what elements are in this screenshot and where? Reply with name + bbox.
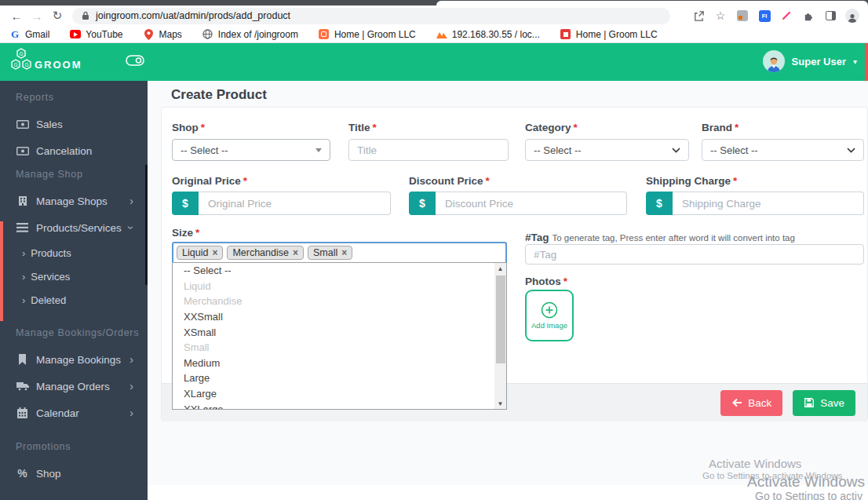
size-option-large[interactable]: Large [173, 370, 506, 386]
sidebar-subitem-products[interactable]: › Products [0, 243, 148, 262]
brand-logo[interactable]: GGG GROOM [9, 48, 82, 75]
dollar-addon: $ [172, 192, 199, 215]
fi-extension-icon[interactable]: FI [757, 8, 772, 24]
browser-tab-strip [0, 0, 868, 5]
chevron-right-icon: › [129, 354, 133, 365]
browser-toolbar: ← → ↻ joingroom.com/uat/admin/prods/add_… [0, 5, 868, 26]
svg-text:G: G [19, 51, 23, 57]
size-option-xxlarge[interactable]: XXLarge [173, 401, 506, 410]
discount-price-input[interactable] [436, 192, 627, 215]
remove-tag-icon[interactable]: × [212, 248, 217, 257]
bookmark-star-icon[interactable]: ☆ [713, 8, 728, 24]
bookmark-gmail[interactable]: G Gmail [9, 29, 49, 40]
lock-icon [82, 11, 89, 20]
angle-right-icon: › [22, 294, 25, 306]
main-content: Create Product Shop* Title* Category* Br… [148, 81, 868, 500]
size-multiselect[interactable]: Liquid× Merchandise× Small× [172, 242, 507, 264]
size-option-medium[interactable]: Medium [173, 356, 506, 371]
size-tag-liquid: Liquid× [177, 246, 223, 260]
sidebar-item-cancelation[interactable]: Cancelation [0, 141, 148, 161]
bookmark-home-groom-2[interactable]: Home | Groom LLC [560, 29, 658, 40]
sidebar-item-products-services[interactable]: Products/Services › [0, 217, 148, 238]
chevron-right-icon: › [129, 407, 133, 418]
back-button[interactable]: Back [720, 390, 782, 416]
size-option-merchandise[interactable]: Merchandise [173, 294, 506, 309]
sidebar-item-manage-orders[interactable]: Manage Orders › [0, 376, 148, 396]
svg-text:G: G [13, 62, 17, 68]
sidebar-item-manage-shops[interactable]: Manage Shops › [0, 191, 148, 211]
bookmark-youtube[interactable]: YouTube [70, 29, 122, 40]
sidebar-item-sales[interactable]: Sales [0, 114, 148, 134]
browser-profile-avatar[interactable] [844, 8, 860, 24]
size-option-liquid[interactable]: Liquid [173, 279, 506, 294]
size-label: Size* [172, 227, 199, 239]
photos-extension-icon[interactable] [735, 8, 750, 24]
size-option-xlarge[interactable]: XLarge [173, 386, 506, 402]
original-price-label: Original Price* [172, 175, 247, 187]
shipping-charge-input[interactable] [673, 192, 864, 215]
size-option-xsmall[interactable]: XSmall [173, 324, 506, 340]
size-tag-merchandise: Merchandise× [227, 246, 304, 260]
browser-reload-icon[interactable]: ↻ [47, 9, 67, 23]
url-text: joingroom.com/uat/admin/prods/add_produc… [96, 10, 290, 21]
gmail-icon: G [9, 29, 20, 40]
share-icon[interactable] [691, 8, 706, 24]
address-bar[interactable]: joingroom.com/uat/admin/prods/add_produc… [72, 8, 670, 24]
original-price-input[interactable] [199, 192, 391, 215]
sidebar-toggle-icon[interactable] [126, 55, 144, 69]
scroll-up-icon[interactable]: ▲ [494, 263, 506, 274]
bookmarks-bar: G Gmail YouTube Maps Index of /joingroom… [0, 26, 868, 43]
add-image-button[interactable]: Add Image [525, 290, 574, 341]
truck-icon [16, 381, 29, 391]
sidebar-item-calendar[interactable]: Calendar › [0, 403, 148, 423]
dropdown-scrollbar[interactable]: ▲ ▼ [494, 263, 506, 409]
scrollbar-thumb[interactable] [496, 276, 505, 363]
sidebar-item-manage-bookings[interactable]: Manage Bookings › [0, 349, 148, 370]
user-name: Super User [792, 56, 846, 68]
sidebar-section-reports: Reports [16, 92, 54, 103]
building-icon [16, 195, 29, 206]
shop-select[interactable]: -- Select -- [172, 139, 330, 161]
category-select[interactable]: -- Select -- [525, 139, 689, 161]
brand-select[interactable]: -- Select -- [702, 139, 864, 161]
svg-text:G: G [24, 62, 28, 68]
bookmark-index-joingroom[interactable]: Index of /joingroom [202, 29, 298, 40]
remove-tag-icon[interactable]: × [341, 248, 347, 257]
side-panel-icon[interactable] [822, 8, 838, 24]
globe-icon [202, 29, 213, 40]
title-input[interactable] [348, 139, 509, 161]
shipping-charge-label: Shipping Charge* [646, 175, 737, 187]
size-option-select[interactable]: -- Select -- [173, 263, 506, 279]
photos-label: Photos* [525, 276, 567, 287]
list-icon [16, 223, 29, 232]
user-menu[interactable]: Super User ▾ [763, 50, 857, 72]
chevron-right-icon: › [129, 195, 133, 206]
tag-input[interactable] [525, 244, 864, 265]
sidebar-subitem-deleted[interactable]: › Deleted [0, 290, 148, 309]
bookmark-maps[interactable]: Maps [144, 29, 182, 40]
chevron-down-icon: ▾ [853, 57, 857, 66]
extensions-puzzle-icon[interactable] [801, 8, 816, 24]
pen-extension-icon[interactable] [779, 8, 794, 24]
sidebar-item-shop[interactable]: % Shop [0, 463, 148, 484]
save-floppy-icon [804, 397, 815, 408]
scroll-down-icon[interactable]: ▼ [494, 398, 506, 409]
caret-down-icon [315, 148, 322, 152]
browser-back-icon[interactable]: ← [6, 9, 27, 23]
bookmark-home-groom-1[interactable]: Home | Groom LLC [319, 29, 416, 40]
remove-tag-icon[interactable]: × [293, 248, 298, 257]
sidebar-subitem-services[interactable]: › Services [0, 267, 148, 286]
create-product-card: Shop* Title* Category* Brand* -- Select … [161, 107, 868, 422]
brand-name: GROOM [35, 59, 82, 75]
size-option-xxsmall[interactable]: XXSmall [173, 309, 506, 325]
bookmark-localhost[interactable]: 192.168.30.55 / loc... [436, 29, 540, 40]
sidebar-section-manage-shop: Manage Shop [16, 169, 83, 180]
title-label: Title* [348, 122, 377, 133]
size-option-small[interactable]: Small [173, 340, 506, 356]
plus-circle-icon [541, 301, 558, 319]
shop-label: Shop* [172, 122, 205, 133]
calendar-icon [16, 407, 29, 418]
browser-forward-icon[interactable]: → [27, 9, 47, 23]
page-title: Create Product [171, 87, 267, 103]
save-button[interactable]: Save [793, 390, 855, 416]
